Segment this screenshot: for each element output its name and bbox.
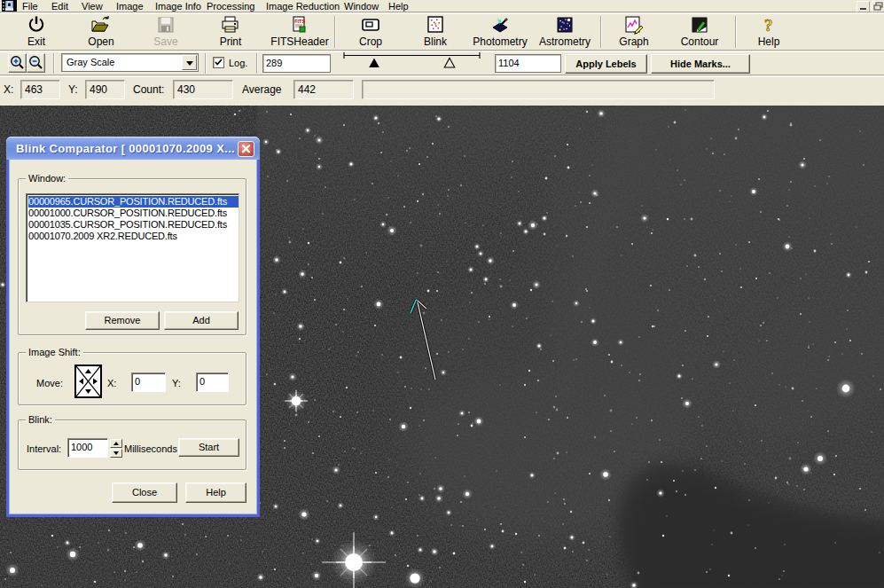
svg-text:?: ? [764, 16, 773, 35]
svg-text:FITS: FITS [294, 19, 305, 24]
